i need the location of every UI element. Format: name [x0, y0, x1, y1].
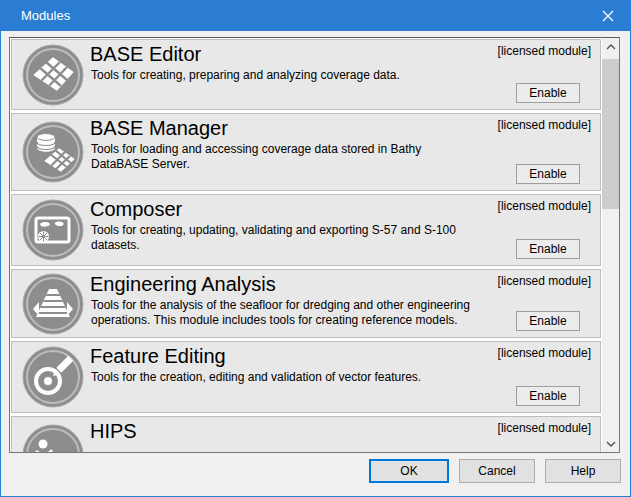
enable-button[interactable]: Enable [516, 386, 580, 406]
module-row-base-editor: BASE Editor Tools for creating, preparin… [11, 39, 601, 110]
module-row-hips: HIPS [licensed module] [11, 416, 601, 452]
sonar-icon [22, 424, 84, 452]
module-title: Engineering Analysis [90, 272, 276, 296]
help-button[interactable]: Help [545, 459, 621, 483]
module-rows: BASE Editor Tools for creating, preparin… [10, 38, 602, 452]
module-title: Feature Editing [90, 344, 226, 368]
license-status: [licensed module] [498, 199, 591, 213]
enable-button[interactable]: Enable [516, 311, 580, 331]
database-grid-icon [22, 121, 84, 183]
close-button[interactable] [585, 1, 630, 31]
channel-perspective-icon [22, 273, 84, 335]
license-status: [licensed module] [498, 118, 591, 132]
module-row-engineering-analysis: Engineering Analysis Tools for the analy… [11, 269, 601, 338]
modules-dialog: Modules BASE Editor Tools [0, 0, 631, 497]
module-list: BASE Editor Tools for creating, preparin… [9, 37, 620, 453]
scroll-up-button[interactable] [602, 38, 619, 55]
module-description: Tools for the analysis of the seafloor f… [91, 298, 586, 328]
module-row-composer: Composer Tools for creating, updating, v… [11, 194, 601, 266]
license-status: [licensed module] [498, 274, 591, 288]
enable-button[interactable]: Enable [516, 83, 580, 103]
license-status: [licensed module] [498, 44, 591, 58]
enable-button[interactable]: Enable [516, 239, 580, 259]
scrollbar-thumb[interactable] [602, 59, 619, 209]
module-title: Composer [90, 197, 182, 221]
scrollbar[interactable] [602, 38, 619, 452]
ok-button[interactable]: OK [369, 459, 449, 483]
module-description: Tools for the creation, editing and vali… [91, 370, 586, 385]
dialog-title: Modules [21, 8, 70, 23]
module-description: Tools for loading and accessing coverage… [91, 142, 586, 172]
chart-frame-icon [22, 199, 84, 261]
target-pencil-icon [22, 346, 84, 408]
module-description: Tools for creating, preparing and analyz… [91, 68, 586, 83]
enable-button[interactable]: Enable [516, 164, 580, 184]
title-bar[interactable]: Modules [1, 1, 630, 31]
chevron-up-icon [606, 44, 616, 50]
chevron-down-icon [606, 441, 616, 447]
module-title: HIPS [90, 419, 137, 443]
module-title: BASE Manager [90, 116, 228, 140]
license-status: [licensed module] [498, 421, 591, 435]
license-status: [licensed module] [498, 346, 591, 360]
module-description: Tools for creating, updating, validating… [91, 223, 586, 253]
surface-grid-icon [22, 44, 84, 106]
module-row-feature-editing: Feature Editing Tools for the creation, … [11, 341, 601, 413]
close-icon [602, 10, 614, 22]
scroll-down-button[interactable] [602, 435, 619, 452]
module-title: BASE Editor [90, 42, 201, 66]
module-row-base-manager: BASE Manager Tools for loading and acces… [11, 113, 601, 191]
cancel-button[interactable]: Cancel [459, 459, 535, 483]
